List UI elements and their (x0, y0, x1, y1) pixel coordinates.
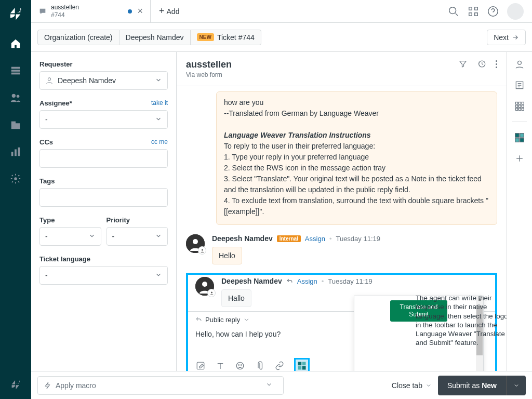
text-icon[interactable] (215, 361, 225, 371)
tab-bar: ausstellen #744 × +Add (31, 0, 532, 23)
attachment-icon[interactable] (255, 361, 265, 371)
svg-rect-8 (15, 149, 17, 156)
close-tab-button[interactable]: Close tab (392, 381, 432, 390)
breadcrumb-row: Organization (create) Deepesh Namdev NEW… (31, 23, 532, 52)
priority-select[interactable]: - (107, 227, 168, 246)
user-icon[interactable] (514, 59, 525, 70)
language-weaver-icon[interactable] (294, 358, 310, 371)
svg-point-4 (17, 95, 20, 98)
next-button[interactable]: Next (487, 30, 526, 45)
nav-reports-icon[interactable] (7, 143, 24, 160)
svg-point-28 (241, 365, 242, 366)
svg-rect-39 (518, 105, 521, 107)
nav-zendesk-icon[interactable] (7, 376, 24, 393)
svg-point-11 (449, 7, 456, 14)
submit-button[interactable]: Submit as New (438, 376, 506, 395)
submit-dropdown[interactable] (506, 376, 526, 395)
ticket-lang-label: Ticket language (39, 255, 168, 263)
assignee-label: Assignee* (39, 99, 72, 107)
nav-customers-icon[interactable] (7, 89, 24, 106)
svg-rect-46 (515, 138, 520, 142)
compose-icon[interactable] (195, 361, 206, 371)
svg-rect-36 (518, 102, 521, 104)
add-app-icon[interactable] (514, 153, 525, 164)
context-rail (507, 52, 532, 371)
svg-rect-38 (516, 105, 518, 107)
callout-text: The agent can write their response in th… (416, 294, 507, 348)
conversation-panel: ausstellen Via web form how are you --Tr… (177, 52, 507, 371)
svg-rect-35 (516, 102, 518, 104)
nav-home-icon[interactable] (7, 35, 24, 52)
assign-link[interactable]: Assign (297, 277, 317, 285)
svg-rect-12 (469, 7, 472, 10)
ticket-via: Via web form (186, 71, 232, 78)
add-tab-button[interactable]: +Add (151, 6, 188, 17)
link-icon[interactable] (274, 361, 285, 371)
type-select[interactable]: - (39, 227, 101, 246)
apps-icon[interactable] (514, 101, 525, 111)
channel-icon (198, 246, 206, 255)
tab-sub: #744 (51, 11, 79, 19)
close-icon[interactable]: × (137, 6, 143, 17)
ccs-input[interactable] (39, 149, 168, 168)
svg-rect-47 (520, 138, 524, 142)
assign-link[interactable]: Assign (305, 235, 325, 243)
footer: Apply macro Close tab Submit as New (31, 371, 532, 399)
tags-input[interactable] (39, 188, 168, 207)
tab-title: ausstellen (51, 4, 79, 11)
grid-icon[interactable] (468, 6, 479, 17)
internal-badge: Internal (277, 235, 301, 242)
requester-select[interactable]: Deepesh Namdev (39, 71, 168, 90)
filter-icon[interactable] (458, 59, 468, 69)
assignee-select[interactable]: - (39, 110, 168, 129)
svg-rect-14 (469, 12, 472, 16)
nav-org-icon[interactable] (7, 116, 24, 133)
svg-point-10 (14, 177, 17, 180)
left-nav (0, 0, 31, 399)
svg-rect-29 (298, 362, 302, 366)
user-icon (45, 76, 54, 85)
app-logo (8, 6, 23, 21)
nav-views-icon[interactable] (7, 62, 24, 79)
chevron-down-icon (425, 382, 432, 389)
user-avatar[interactable] (507, 3, 524, 20)
type-label: Type (39, 216, 101, 224)
svg-rect-6 (16, 123, 20, 129)
svg-rect-44 (515, 134, 520, 138)
crumb-organization[interactable]: Organization (create) (37, 30, 119, 45)
channel-icon (207, 289, 216, 297)
svg-point-24 (211, 291, 212, 293)
svg-point-33 (518, 61, 522, 64)
emoji-icon[interactable] (235, 361, 245, 371)
crumb-user[interactable]: Deepesh Namdev (119, 30, 191, 45)
svg-rect-13 (475, 7, 478, 10)
language-weaver-app-icon[interactable] (514, 132, 525, 143)
nav-admin-icon[interactable] (7, 170, 24, 187)
ticket-lang-select[interactable]: - (39, 266, 168, 285)
crumb-ticket[interactable]: NEW Ticket #744 (191, 30, 261, 45)
take-it-link[interactable]: take it (151, 99, 168, 107)
svg-rect-43 (522, 108, 524, 110)
search-icon[interactable] (448, 6, 459, 17)
submit-button-group: Submit as New (438, 376, 526, 395)
history-icon[interactable] (477, 59, 486, 69)
svg-rect-42 (518, 108, 521, 110)
priority-label: Priority (107, 216, 168, 224)
knowledge-icon[interactable] (514, 80, 525, 90)
more-icon[interactable] (496, 59, 497, 69)
lightning-icon (44, 382, 51, 389)
svg-point-21 (202, 249, 203, 250)
arrow-right-icon (512, 34, 519, 41)
svg-point-17 (48, 78, 50, 81)
ticket-title: ausstellen (186, 59, 232, 70)
timestamp: Tuesday 11:19 (328, 277, 373, 285)
apply-macro-select[interactable]: Apply macro (37, 376, 284, 395)
chevron-down-icon (265, 381, 277, 390)
svg-rect-41 (516, 108, 518, 110)
cc-me-link[interactable]: cc me (151, 138, 168, 146)
help-icon[interactable] (487, 6, 499, 17)
tab-ticket[interactable]: ausstellen #744 × (31, 0, 151, 23)
chevron-down-icon (155, 76, 162, 85)
svg-point-20 (193, 239, 198, 244)
svg-rect-5 (11, 122, 16, 129)
